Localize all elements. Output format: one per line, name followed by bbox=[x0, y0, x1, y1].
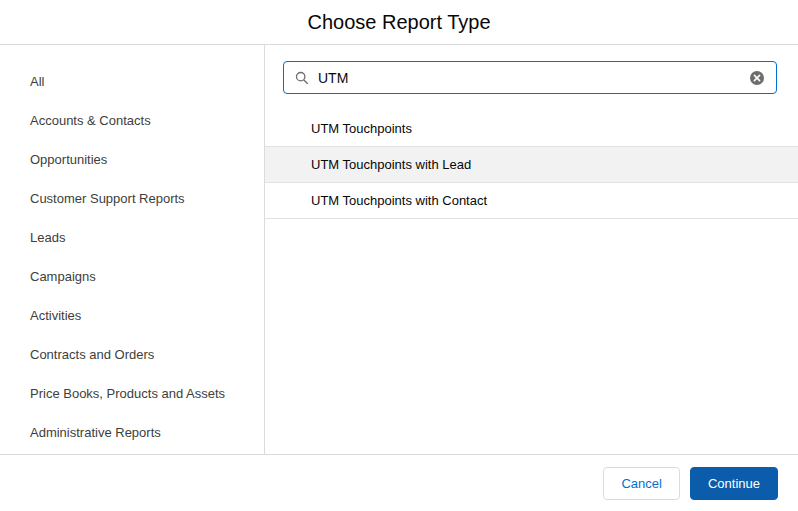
sidebar-item-contracts-orders[interactable]: Contracts and Orders bbox=[30, 335, 264, 374]
search-input[interactable] bbox=[318, 70, 741, 86]
sidebar-item-activities[interactable]: Activities bbox=[30, 296, 264, 335]
cancel-button[interactable]: Cancel bbox=[603, 467, 679, 500]
sidebar-item-accounts-contacts[interactable]: Accounts & Contacts bbox=[30, 101, 264, 140]
sidebar-item-leads[interactable]: Leads bbox=[30, 218, 264, 257]
modal-body: All Accounts & Contacts Opportunities Cu… bbox=[0, 45, 798, 454]
clear-search-button[interactable] bbox=[749, 70, 765, 86]
sidebar-item-price-books-products-assets[interactable]: Price Books, Products and Assets bbox=[30, 374, 264, 413]
report-type-main-panel: UTM Touchpoints UTM Touchpoints with Lea… bbox=[265, 45, 798, 454]
modal-footer: Cancel Continue bbox=[0, 454, 798, 511]
report-type-row[interactable]: UTM Touchpoints bbox=[265, 111, 798, 147]
modal-title: Choose Report Type bbox=[307, 11, 490, 34]
sidebar-item-all[interactable]: All bbox=[30, 62, 264, 101]
sidebar-item-campaigns[interactable]: Campaigns bbox=[30, 257, 264, 296]
search-icon bbox=[295, 71, 309, 85]
sidebar-item-administrative-reports[interactable]: Administrative Reports bbox=[30, 413, 264, 452]
report-type-results-list: UTM Touchpoints UTM Touchpoints with Lea… bbox=[265, 111, 798, 219]
sidebar-item-opportunities[interactable]: Opportunities bbox=[30, 140, 264, 179]
report-category-sidebar: All Accounts & Contacts Opportunities Cu… bbox=[0, 45, 265, 454]
search-box[interactable] bbox=[283, 61, 777, 94]
sidebar-item-customer-support-reports[interactable]: Customer Support Reports bbox=[30, 179, 264, 218]
continue-button[interactable]: Continue bbox=[690, 467, 778, 500]
clear-icon bbox=[749, 70, 765, 86]
report-type-row[interactable]: UTM Touchpoints with Lead bbox=[265, 147, 798, 183]
report-type-row[interactable]: UTM Touchpoints with Contact bbox=[265, 183, 798, 219]
choose-report-type-modal: Choose Report Type All Accounts & Contac… bbox=[0, 0, 798, 511]
modal-header: Choose Report Type bbox=[0, 0, 798, 45]
